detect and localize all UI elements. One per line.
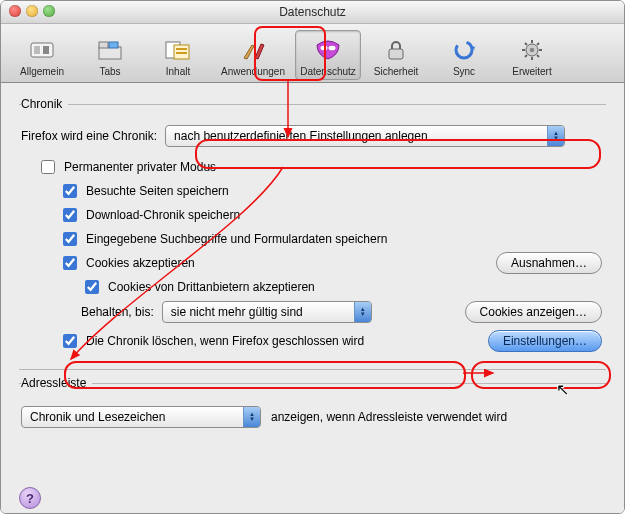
window-title: Datenschutz	[279, 5, 346, 19]
exceptions-button-label: Ausnahmen…	[511, 256, 587, 270]
show-cookies-label: Cookies anzeigen…	[480, 305, 587, 319]
svg-point-10	[321, 46, 328, 51]
tools-icon	[239, 36, 267, 64]
content-area: Chronik Firefox wird eine Chronik: nach …	[1, 83, 624, 514]
tab-label: Sync	[453, 66, 475, 77]
private-mode-checkbox[interactable]: Permanenter privater Modus	[37, 157, 216, 177]
content-icon	[164, 36, 192, 64]
remember-forms-checkbox[interactable]: Eingegebene Suchbegriffe und Formulardat…	[59, 229, 387, 249]
tab-advanced[interactable]: Erweitert	[499, 30, 565, 80]
remember-pages-input[interactable]	[63, 184, 77, 198]
tab-label: Allgemein	[20, 66, 64, 77]
svg-line-22	[537, 43, 539, 45]
tab-label: Datenschutz	[300, 66, 356, 77]
svg-rect-2	[43, 46, 49, 54]
tab-label: Tabs	[99, 66, 120, 77]
keep-until-label: Behalten, bis:	[81, 305, 154, 319]
lock-icon	[382, 36, 410, 64]
remember-downloads-checkbox[interactable]: Download-Chronik speichern	[59, 205, 240, 225]
tab-label: Erweitert	[512, 66, 551, 77]
svg-line-23	[525, 55, 527, 57]
third-party-label: Cookies von Drittanbietern akzeptieren	[108, 280, 315, 294]
accept-cookies-checkbox[interactable]: Cookies akzeptieren	[59, 253, 195, 273]
tab-content[interactable]: Inhalt	[145, 30, 211, 80]
addressbar-suffix: anzeigen, wenn Adressleiste verwendet wi…	[271, 410, 507, 424]
svg-rect-8	[176, 48, 187, 50]
close-window-button[interactable]	[9, 5, 21, 17]
svg-rect-3	[99, 47, 121, 59]
addressbar-select-value: Chronik und Lesezeichen	[30, 410, 165, 424]
select-arrows-icon: ▲▼	[547, 126, 564, 146]
remember-pages-label: Besuchte Seiten speichern	[86, 184, 229, 198]
private-mode-label: Permanenter privater Modus	[64, 160, 216, 174]
svg-rect-12	[389, 49, 403, 59]
svg-point-13	[456, 42, 472, 58]
history-mode-value: nach benutzerdefinierten Einstellungen a…	[174, 129, 428, 143]
tab-tabs[interactable]: Tabs	[77, 30, 143, 80]
svg-point-11	[329, 46, 336, 51]
svg-line-20	[525, 43, 527, 45]
settings-button[interactable]: Einstellungen…	[488, 330, 602, 352]
help-button[interactable]: ?	[19, 487, 41, 509]
svg-rect-1	[34, 46, 40, 54]
remember-forms-label: Eingegebene Suchbegriffe und Formulardat…	[86, 232, 387, 246]
mask-icon	[314, 36, 342, 64]
tab-label: Sicherheit	[374, 66, 418, 77]
gear-icon	[518, 36, 546, 64]
tab-security[interactable]: Sicherheit	[363, 30, 429, 80]
svg-rect-5	[109, 42, 118, 48]
addressbar-group: Adressleiste Chronik und Lesezeichen ▲▼ …	[19, 376, 606, 438]
tab-sync[interactable]: Sync	[431, 30, 497, 80]
select-arrows-icon: ▲▼	[354, 302, 371, 322]
svg-point-15	[530, 48, 535, 53]
tab-label: Inhalt	[166, 66, 190, 77]
zoom-window-button[interactable]	[43, 5, 55, 17]
addressbar-legend: Adressleiste	[21, 376, 92, 390]
history-legend: Chronik	[21, 97, 68, 111]
titlebar: Datenschutz	[1, 1, 624, 24]
preferences-toolbar: Allgemein Tabs Inhalt Anwendungen Datens…	[1, 24, 624, 83]
tab-privacy[interactable]: Datenschutz	[295, 30, 361, 80]
preferences-window: Datenschutz Allgemein Tabs Inhalt Anwen	[0, 0, 625, 514]
svg-rect-4	[99, 42, 108, 48]
clear-on-close-label: Die Chronik löschen, wenn Firefox geschl…	[86, 334, 364, 348]
help-icon: ?	[26, 491, 34, 506]
remember-forms-input[interactable]	[63, 232, 77, 246]
settings-button-label: Einstellungen…	[503, 334, 587, 348]
remember-downloads-input[interactable]	[63, 208, 77, 222]
accept-cookies-input[interactable]	[63, 256, 77, 270]
minimize-window-button[interactable]	[26, 5, 38, 17]
addressbar-select[interactable]: Chronik und Lesezeichen ▲▼	[21, 406, 261, 428]
switch-icon	[28, 36, 56, 64]
select-arrows-icon: ▲▼	[243, 407, 260, 427]
sync-icon	[450, 36, 478, 64]
svg-rect-9	[176, 52, 187, 54]
exceptions-button[interactable]: Ausnahmen…	[496, 252, 602, 274]
keep-until-value: sie nicht mehr gültig sind	[171, 305, 303, 319]
clear-on-close-checkbox[interactable]: Die Chronik löschen, wenn Firefox geschl…	[59, 331, 364, 351]
history-mode-label: Firefox wird eine Chronik:	[21, 129, 157, 143]
third-party-input[interactable]	[85, 280, 99, 294]
clear-on-close-input[interactable]	[63, 334, 77, 348]
remember-downloads-label: Download-Chronik speichern	[86, 208, 240, 222]
third-party-checkbox[interactable]: Cookies von Drittanbietern akzeptieren	[81, 277, 315, 297]
private-mode-input[interactable]	[41, 160, 55, 174]
keep-until-select[interactable]: sie nicht mehr gültig sind ▲▼	[162, 301, 372, 323]
history-group: Chronik Firefox wird eine Chronik: nach …	[19, 97, 606, 370]
show-cookies-button[interactable]: Cookies anzeigen…	[465, 301, 602, 323]
history-mode-select[interactable]: nach benutzerdefinierten Einstellungen a…	[165, 125, 565, 147]
tab-applications[interactable]: Anwendungen	[213, 30, 293, 80]
tab-general[interactable]: Allgemein	[9, 30, 75, 80]
window-controls	[9, 5, 55, 17]
tabs-icon	[96, 36, 124, 64]
remember-pages-checkbox[interactable]: Besuchte Seiten speichern	[59, 181, 229, 201]
accept-cookies-label: Cookies akzeptieren	[86, 256, 195, 270]
tab-label: Anwendungen	[221, 66, 285, 77]
svg-line-21	[537, 55, 539, 57]
